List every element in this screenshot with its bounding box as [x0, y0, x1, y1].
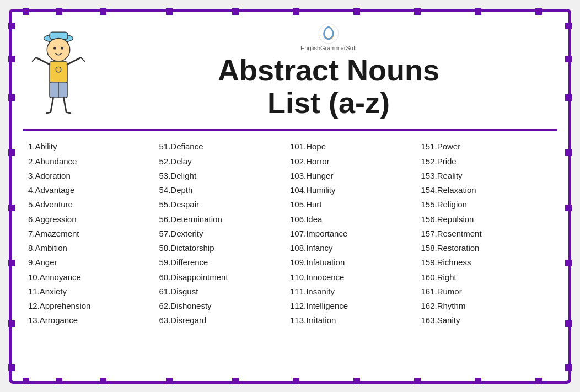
- list-column-4: 151.Power152.Pride153.Reality154.Relaxat…: [421, 139, 552, 327]
- svg-rect-5: [50, 61, 67, 85]
- list-item: 3.Adoration: [28, 169, 159, 183]
- svg-point-2: [47, 39, 70, 62]
- svg-line-10: [81, 58, 85, 62]
- list-item: 161.Rumor: [421, 284, 552, 299]
- list-column-3: 101.Hope102.Horror103.Hunger104.Humility…: [290, 139, 421, 327]
- nouns-list: 1.Ability2.Abundance3.Adoration4.Advanta…: [23, 139, 557, 327]
- list-item: 151.Power: [421, 139, 552, 154]
- brand-logo: [318, 23, 340, 45]
- list-item: 160.Right: [421, 270, 552, 284]
- list-item: 58.Dictatorship: [159, 241, 291, 255]
- list-item: 6.Aggression: [28, 212, 159, 227]
- list-item: 59.Difference: [159, 255, 291, 270]
- list-item: 103.Hunger: [290, 169, 421, 183]
- list-item: 102.Horror: [290, 154, 421, 169]
- svg-line-16: [66, 112, 71, 114]
- list-item: 5.Adventure: [28, 197, 159, 212]
- list-column-2: 51.Defiance52.Delay53.Delight54.Depth55.…: [159, 139, 291, 327]
- svg-line-8: [33, 58, 36, 62]
- list-item: 55.Despair: [159, 197, 291, 212]
- svg-point-3: [53, 47, 56, 50]
- svg-line-13: [51, 98, 53, 112]
- svg-line-9: [67, 58, 81, 65]
- list-item: 157.Resentment: [421, 227, 552, 241]
- list-item: 4.Advantage: [28, 183, 159, 197]
- header-right: EnglishGrammarSoft Abstract Nouns List (…: [100, 23, 557, 120]
- list-item: 53.Delight: [159, 169, 291, 183]
- list-item: 62.Dishonesty: [159, 299, 291, 313]
- list-item: 51.Defiance: [159, 139, 291, 154]
- list-item: 112.Intelligence: [290, 299, 421, 313]
- list-item: 105.Hurt: [290, 197, 421, 212]
- list-item: 54.Depth: [159, 183, 291, 197]
- svg-line-7: [36, 58, 50, 65]
- title-divider: [23, 129, 557, 131]
- brand-area: EnglishGrammarSoft: [300, 23, 357, 51]
- brand-name-text: EnglishGrammarSoft: [300, 45, 357, 51]
- list-item: 106.Idea: [290, 212, 421, 227]
- list-item: 111.Insanity: [290, 284, 421, 299]
- list-item: 52.Delay: [159, 154, 291, 169]
- list-item: 156.Repulsion: [421, 212, 552, 227]
- list-item: 57.Dexterity: [159, 227, 291, 241]
- list-item: 159.Richness: [421, 255, 552, 270]
- list-item: 61.Disgust: [159, 284, 291, 299]
- list-item: 63.Disregard: [159, 313, 291, 327]
- list-item: 8.Ambition: [28, 241, 159, 255]
- list-item: 12.Apprehension: [28, 299, 159, 313]
- list-item: 104.Humility: [290, 183, 421, 197]
- list-item: 110.Innocence: [290, 270, 421, 284]
- list-item: 9.Anger: [28, 255, 159, 270]
- list-item: 155.Religion: [421, 197, 552, 212]
- list-item: 158.Restoration: [421, 241, 552, 255]
- list-item: 13.Arrogance: [28, 313, 159, 327]
- main-card: EnglishGrammarSoft Abstract Nouns List (…: [9, 9, 571, 384]
- svg-line-15: [63, 98, 66, 112]
- list-item: 163.Sanity: [421, 313, 552, 327]
- list-item: 10.Annoyance: [28, 270, 159, 284]
- list-item: 7.Amazement: [28, 227, 159, 241]
- list-item: 153.Reality: [421, 169, 552, 183]
- list-item: 108.Infancy: [290, 241, 421, 255]
- list-item: 113.Irritation: [290, 313, 421, 327]
- list-item: 1.Ability: [28, 139, 159, 154]
- list-item: 107.Importance: [290, 227, 421, 241]
- list-column-1: 1.Ability2.Abundance3.Adoration4.Advanta…: [28, 139, 159, 327]
- list-item: 11.Anxiety: [28, 284, 159, 299]
- list-item: 101.Hope: [290, 139, 421, 154]
- character-illustration: [23, 24, 94, 117]
- list-item: 152.Pride: [421, 154, 552, 169]
- header: EnglishGrammarSoft Abstract Nouns List (…: [23, 23, 557, 124]
- list-item: 109.Infatuation: [290, 255, 421, 270]
- list-item: 154.Relaxation: [421, 183, 552, 197]
- list-item: 60.Disappointment: [159, 270, 291, 284]
- list-item: 56.Determination: [159, 212, 291, 227]
- list-item: 2.Abundance: [28, 154, 159, 169]
- page-title: Abstract Nouns List (a-z): [218, 54, 439, 120]
- svg-point-4: [61, 47, 63, 50]
- svg-line-14: [46, 112, 51, 114]
- list-item: 162.Rhythm: [421, 299, 552, 313]
